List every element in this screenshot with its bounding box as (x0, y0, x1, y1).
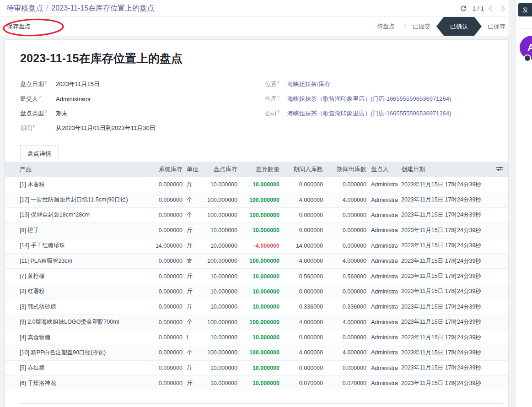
cell-in-qty: 0.560000 (279, 273, 323, 280)
field-value[interactable]: 海峡姐妹茶（歌笛湖印象里店）(门店-1665555596536971264) (287, 95, 451, 103)
side-panel-divider (516, 28, 532, 29)
field-value[interactable]: 海峡姐妹茶/库存 (287, 80, 331, 88)
status-step-2[interactable]: 已提交 (405, 17, 438, 36)
status-step-3[interactable]: 已确认 (436, 17, 482, 36)
column-header-out-qty[interactable]: 期间出库数 (323, 165, 366, 174)
cell-in-qty: 4.000000 (279, 319, 323, 326)
cell-user: Administrator (366, 349, 398, 356)
column-header-in-qty[interactable]: 期间入库数 (279, 165, 323, 174)
table-row[interactable]: [9] 2.0版海峡姐妹LOGO烫金塑胶700ml0.000000个100.00… (5, 315, 508, 330)
table-row[interactable]: [13] 保鲜自封袋18cm*28cm0.000000个100.00000010… (5, 207, 508, 222)
form-sheet: 2023-11-15在库存位置上的盘点 盘点日期?2023年11月15日提交人?… (5, 39, 509, 407)
cell-diff-qty: 10.000000 (237, 273, 279, 280)
cell-out-qty: 0.560000 (323, 273, 366, 280)
cell-out-qty: 0.000000 (323, 243, 366, 249)
cell-counted-qty: 10.000000 (202, 304, 237, 310)
cell-created-date: 2023年11月15日 17时24分39秒 (398, 318, 496, 326)
chevron-left-icon[interactable] (489, 5, 495, 11)
cell-product: [8] 橙子 (5, 227, 138, 234)
table-row[interactable]: [4] 真食物糖0.000000L10.00000010.0000000.000… (5, 330, 508, 345)
cell-uom: 斤 (183, 288, 202, 295)
cell-uom: 个 (183, 211, 202, 219)
field-row-left-3: 盘点类型?期末 (20, 106, 265, 121)
table-row[interactable]: [8] 橙子0.000000斤10.00000010.0000000.00000… (5, 222, 508, 238)
adjust-columns-icon[interactable] (496, 166, 503, 173)
cell-counted-qty: 10.000000 (202, 273, 237, 280)
cell-counted-qty: 100.000000 (202, 212, 237, 218)
field-value[interactable]: 海峡姐妹茶（歌笛湖印象里店）(门店-1665555596536971264) (287, 109, 451, 118)
note-divider (20, 403, 503, 404)
column-header-created-date[interactable]: 创建日期 (398, 165, 496, 174)
column-header-diff-qty[interactable]: 差异数量 (237, 165, 279, 174)
column-header-system-qty[interactable]: 系统库存 (138, 165, 183, 174)
cell-system-qty: 0.000000 (138, 273, 183, 280)
table-row[interactable]: [10] 新PP白色注塑盖90口径(冷饮)0.000000个100.000000… (5, 345, 508, 360)
pager-counter: 1 / 1 (473, 5, 484, 12)
breadcrumb-parent-link[interactable]: 待审核盘点 (6, 4, 43, 13)
cell-diff-qty: 10.000000 (237, 288, 279, 295)
cell-product: [7] 黄柠檬 (5, 272, 138, 280)
refresh-icon[interactable] (460, 5, 467, 12)
cell-user: Administrator (366, 288, 398, 295)
cell-uom: 斤 (183, 181, 202, 189)
publish-button[interactable]: 发 (518, 3, 532, 16)
table-row[interactable]: [7] 黄柠檬0.000000斤10.00000010.0000000.5600… (5, 268, 508, 283)
table-row[interactable]: [6] 干燥洛神花0.000000斤10.00000010.0000000.07… (5, 375, 508, 391)
cell-user: Administrator (366, 334, 398, 341)
cell-product: [14] 手工红糖珍珠 (5, 242, 138, 250)
help-icon: ? (44, 80, 47, 85)
table-row[interactable]: [1] 木薯粉0.000000斤10.00000010.0000000.0000… (5, 177, 508, 192)
cell-product: [5] 赤红糖 (5, 364, 138, 372)
cell-counted-qty: 10.000000 (202, 365, 237, 371)
cell-diff-qty: 10.000000 (237, 227, 279, 233)
cell-diff-qty: 100.000000 (237, 319, 279, 326)
cell-out-qty: 4.000000 (323, 349, 366, 356)
table-body: [1] 木薯粉0.000000斤10.00000010.0000000.0000… (5, 177, 508, 391)
status-step-1[interactable]: 待盘点 (369, 17, 403, 36)
save-inventory-button[interactable]: 保存盘点 (7, 22, 31, 31)
cell-counted-qty: 10.000000 (202, 181, 237, 188)
table-header-row: 产品系统库存单位盘点库存差异数量期间入库数期间出库数盘点人创建日期 (5, 162, 508, 177)
cell-system-qty: 0.000000 (138, 227, 183, 233)
cell-counted-qty: 10.000000 (202, 227, 237, 233)
cell-in-qty: 4.000000 (279, 197, 323, 203)
cell-created-date: 2023年11月15日 17时24分39秒 (398, 211, 496, 219)
cell-diff-qty: 10.000000 (237, 181, 279, 188)
field-label: 位置? (265, 80, 287, 88)
column-header-product[interactable]: 产品 (5, 165, 138, 174)
column-header-user[interactable]: 盘点人 (366, 165, 398, 174)
cell-counted-qty: 100.000000 (202, 197, 237, 203)
cell-in-qty: 0.070000 (279, 380, 323, 386)
field-row-right-2: 仓库?海峡姐妹茶（歌笛湖印象里店）(门店-1665555596536971264… (265, 92, 493, 106)
tab-inventory-details[interactable]: 盘点详情 (20, 145, 59, 162)
column-header-uom[interactable]: 单位 (183, 165, 202, 174)
cell-product: [10] 新PP白色注塑盖90口径(冷饮) (5, 349, 138, 357)
cell-created-date: 2023年11月15日 17时24分39秒 (398, 196, 496, 204)
field-label: 公司? (265, 109, 287, 118)
cell-user: Administrator (366, 258, 398, 264)
cell-product: [3] 韩式幼砂糖 (5, 303, 138, 311)
cell-system-qty: 0.000000 (138, 380, 183, 386)
field-value: Administrator (56, 96, 91, 103)
cell-created-date: 2023年11月15日 17时24分39秒 (398, 242, 496, 250)
cell-uom: L (183, 334, 202, 341)
chevron-right-icon[interactable] (499, 5, 505, 11)
field-row-left-4: 期间?从2023年11月01日到2023年11月30日 (20, 121, 265, 136)
cell-uom: 斤 (183, 364, 202, 372)
cell-created-date: 2023年11月15日 17时24分39秒 (398, 272, 496, 280)
cell-out-qty: 0.000000 (323, 288, 366, 295)
table-row[interactable]: [14] 手工红糖珍珠14.000000斤10.000000-4.0000001… (5, 238, 508, 253)
cell-uom: 支 (183, 257, 202, 265)
vertical-scrollbar[interactable] (509, 0, 516, 407)
table-row[interactable]: [12] 一次性防漏垫片封口纸11.5cm(90口径)0.000000个100.… (5, 192, 508, 207)
table-row[interactable]: [3] 韩式幼砂糖0.000000斤10.00000010.0000000.33… (5, 299, 508, 314)
table-row[interactable]: [2] 红薯粉0.000000斤10.00000010.0000000.0000… (5, 284, 508, 299)
cell-created-date: 2023年11月15日 17时24分39秒 (398, 227, 496, 234)
column-header-counted-qty[interactable]: 盘点库存 (202, 165, 237, 174)
cell-uom: 斤 (183, 227, 202, 234)
cell-product: [11] PLA粗吸管23cm (5, 257, 138, 265)
table-row[interactable]: [5] 赤红糖0.000000斤10.00000010.0000000.0000… (5, 360, 508, 375)
help-icon: ? (277, 109, 279, 114)
table-row[interactable]: [11] PLA粗吸管23cm0.000000支100.000000100.00… (5, 253, 508, 268)
cell-in-qty: 0.000000 (279, 227, 323, 233)
